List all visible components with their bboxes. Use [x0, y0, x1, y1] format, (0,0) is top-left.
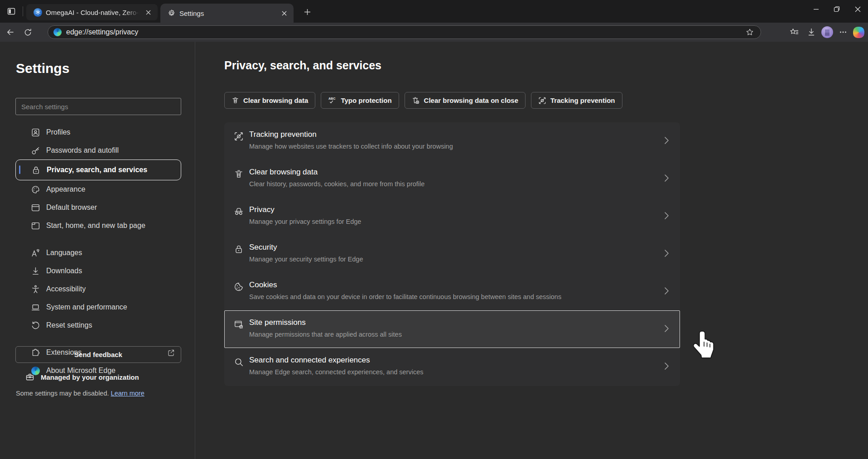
- row-site-permissions[interactable]: Site permissions Manage permissions that…: [224, 310, 680, 348]
- cookie-icon: [234, 282, 244, 292]
- trash-icon: [234, 169, 244, 179]
- new-tab-icon[interactable]: [301, 5, 313, 18]
- mouse-cursor-hand: [693, 329, 717, 365]
- favorites-icon[interactable]: [787, 25, 801, 39]
- sidebar-item-label: Languages: [46, 249, 82, 257]
- key-icon: [31, 146, 40, 155]
- clear-browsing-data-button[interactable]: Clear browsing data: [224, 92, 315, 109]
- page-title: Privacy, search, and services: [224, 59, 381, 72]
- chevron-right-icon: [663, 285, 670, 297]
- sidebar-item-system[interactable]: System and performance: [15, 298, 181, 316]
- sidebar-item-label: Privacy, search, and services: [47, 166, 147, 174]
- tab-close-icon[interactable]: [143, 7, 153, 17]
- sidebar-item-accessibility[interactable]: Accessibility: [15, 280, 181, 298]
- tab-omegaai[interactable]: OmegaAI - Cloud-native, Zero-Fo: [26, 4, 158, 20]
- row-privacy[interactable]: Privacy Manage your privacy settings for…: [224, 198, 680, 235]
- tracking-prevention-button[interactable]: Tracking prevention: [531, 92, 622, 109]
- chevron-right-icon: [663, 134, 670, 147]
- sidebar-item-label: Appearance: [46, 185, 85, 193]
- row-title: Search and connected experiences: [249, 356, 653, 365]
- sidebar-item-downloads[interactable]: Downloads: [15, 262, 181, 280]
- tab-separator: [23, 6, 23, 16]
- tracking-prevention-icon: [234, 131, 244, 141]
- nav-group-gap: [15, 235, 181, 244]
- add-favorite-star-icon[interactable]: [743, 25, 757, 39]
- lock-icon: [31, 165, 41, 175]
- settings-disabled-note: Some settings may be disabled. Learn mor…: [16, 390, 145, 397]
- managed-label: Managed by your organization: [41, 373, 139, 381]
- briefcase-icon: [25, 372, 34, 382]
- chevron-right-icon: [663, 209, 670, 222]
- sidebar-item-label: System and performance: [46, 303, 127, 311]
- row-description: Manage Edge search, connected experience…: [249, 368, 653, 376]
- download-icon: [31, 266, 40, 276]
- laptop-icon: [31, 303, 40, 312]
- settings-page: Settings Profiles Passwords and autofill…: [0, 42, 868, 459]
- row-title: Cookies: [249, 280, 653, 290]
- row-search-connected[interactable]: Search and connected experiences Manage …: [224, 348, 680, 386]
- trash-x-icon: [412, 97, 420, 105]
- row-tracking-prevention[interactable]: Tracking prevention Manage how websites …: [224, 122, 680, 160]
- row-cookies[interactable]: Cookies Save cookies and data on your de…: [224, 273, 680, 310]
- row-clear-browsing-data[interactable]: Clear browsing data Clear history, passw…: [224, 160, 680, 198]
- clear-data-on-close-button[interactable]: Clear browsing data on close: [405, 92, 526, 109]
- sidebar-item-label: Accessibility: [46, 285, 86, 293]
- sidebar-item-label: Default browser: [46, 203, 97, 212]
- row-security[interactable]: Security Manage your security settings f…: [224, 235, 680, 273]
- lock-icon: [234, 244, 244, 254]
- sidebar-item-start-home[interactable]: Start, home, and new tab page: [15, 217, 181, 235]
- minimize-button[interactable]: [805, 0, 826, 18]
- close-window-button[interactable]: [847, 0, 868, 18]
- tab-title: Settings: [179, 10, 275, 17]
- search-settings-input[interactable]: [15, 98, 181, 115]
- tab-settings[interactable]: Settings: [160, 4, 294, 23]
- tab-title: OmegaAI - Cloud-native, Zero-Fo: [46, 9, 140, 16]
- tab-layout-icon[interactable]: [5, 5, 18, 18]
- sidebar-item-passwords[interactable]: Passwords and autofill: [15, 141, 181, 159]
- tab-close-icon[interactable]: [279, 8, 289, 18]
- sidebar-item-languages[interactable]: Languages: [15, 244, 181, 262]
- row-description: Clear history, passwords, cookies, and m…: [249, 180, 653, 188]
- downloads-icon[interactable]: [804, 25, 819, 39]
- chevron-right-icon: [663, 247, 670, 260]
- row-title: Site permissions: [249, 318, 653, 327]
- url-text[interactable]: edge://settings/privacy: [66, 28, 743, 36]
- settings-gear-icon: [168, 9, 176, 17]
- chevron-right-icon: [663, 322, 670, 335]
- sidebar-item-appearance[interactable]: Appearance: [15, 180, 181, 198]
- typo-protection-button[interactable]: ABC Typo protection: [321, 92, 399, 109]
- edge-site-icon: [53, 28, 62, 36]
- send-feedback-button[interactable]: Send feedback: [15, 346, 181, 363]
- browser-toolbar: edge://settings/privacy: [0, 23, 868, 42]
- restore-button[interactable]: [826, 0, 847, 18]
- sidebar-item-label: Profiles: [46, 128, 70, 136]
- reset-icon: [31, 321, 40, 330]
- address-bar[interactable]: edge://settings/privacy: [48, 25, 761, 39]
- sidebar-title: Settings: [16, 61, 69, 76]
- copilot-icon[interactable]: [853, 27, 864, 38]
- back-icon[interactable]: [4, 25, 17, 39]
- row-description: Manage your security settings for Edge: [249, 256, 653, 263]
- more-menu-icon[interactable]: [836, 25, 850, 39]
- sidebar-nav: Profiles Passwords and autofill Privacy,…: [15, 123, 181, 380]
- svg-text:ABC: ABC: [328, 97, 335, 101]
- quick-action-buttons: Clear browsing data ABC Typo protection …: [224, 92, 622, 109]
- nav-group-gap: [15, 334, 181, 343]
- row-title: Security: [249, 243, 653, 252]
- row-description: Save cookies and data on your device in …: [249, 293, 653, 300]
- row-title: Privacy: [249, 205, 653, 214]
- sidebar-item-default-browser[interactable]: Default browser: [15, 198, 181, 217]
- profile-avatar[interactable]: [821, 26, 833, 38]
- settings-sidebar: Settings Profiles Passwords and autofill…: [0, 42, 195, 459]
- learn-more-link[interactable]: Learn more: [111, 390, 145, 397]
- sidebar-item-reset[interactable]: Reset settings: [15, 316, 181, 334]
- palette-icon: [31, 185, 40, 194]
- row-description: Manage permissions that are applied acro…: [249, 331, 653, 338]
- tab-strip: OmegaAI - Cloud-native, Zero-Fo Settings: [0, 0, 868, 23]
- refresh-icon[interactable]: [21, 25, 34, 39]
- sidebar-item-profiles[interactable]: Profiles: [15, 123, 181, 141]
- managed-by-org: Managed by your organization: [25, 372, 139, 382]
- sidebar-item-privacy[interactable]: Privacy, search, and services: [15, 159, 181, 180]
- new-tab-page-icon: [31, 221, 40, 231]
- sidebar-item-label: Reset settings: [46, 321, 92, 329]
